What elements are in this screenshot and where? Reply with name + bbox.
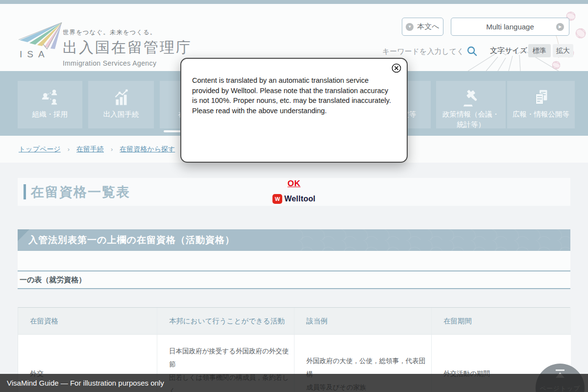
nav-tab-entry-procedures[interactable]: 出入国手続 bbox=[88, 81, 154, 128]
section-spacer bbox=[18, 251, 570, 270]
subsection-title: 一の表（就労資格） bbox=[20, 275, 86, 285]
breadcrumb-home-link[interactable]: トップページ bbox=[19, 145, 61, 154]
font-size-standard-button[interactable]: 標準 bbox=[528, 44, 551, 57]
section-banner: 入管法別表第一の上欄の在留資格（活動資格） bbox=[18, 229, 570, 251]
nav-tab-policy-information[interactable]: 政策情報（会議・統計等） bbox=[436, 81, 506, 128]
column-header-example: 該当例 bbox=[294, 308, 432, 335]
banner-corner-accent bbox=[18, 229, 29, 241]
seigaiha-wave-pattern bbox=[296, 229, 570, 251]
agency-logo-text: 世界をつなぐ。未来をつくる。 出入国在留管理庁 Immigration Serv… bbox=[63, 28, 192, 67]
chevron-right-circle-icon: ▶ bbox=[556, 23, 564, 31]
column-header-period: 在留期間 bbox=[432, 308, 571, 335]
isa-paper-plane-logo-icon bbox=[18, 21, 63, 51]
nav-tab-organization[interactable]: 組織・採用 bbox=[18, 81, 82, 128]
page-top-arrow-icon bbox=[556, 369, 564, 371]
documents-icon bbox=[530, 87, 552, 109]
agency-tagline: 世界をつなぐ。未来をつくる。 bbox=[63, 28, 192, 37]
column-header-activity: 本邦において行うことができる活動 bbox=[157, 308, 294, 335]
chevron-down-circle-icon: ▼ bbox=[406, 23, 414, 31]
nav-tab-label: 政策情報（会議・統計等） bbox=[436, 109, 506, 130]
column-header-status: 在留資格 bbox=[18, 308, 157, 335]
people-network-icon bbox=[39, 87, 61, 109]
page: ISA 世界をつなぐ。未来をつくる。 出入国在留管理庁 Immigration … bbox=[0, 0, 588, 392]
watermark-text: VisaMind Guide — For illustration purpos… bbox=[7, 379, 164, 387]
cherry-blossom-fuji-art-icon bbox=[382, 4, 588, 71]
agency-subtitle: Immigration Services Agency bbox=[63, 59, 192, 67]
welltool-logo-text: Welltool bbox=[284, 195, 316, 203]
font-size-label: 文字サイズ bbox=[490, 46, 527, 55]
close-icon[interactable] bbox=[392, 63, 401, 73]
breadcrumb-search-by-status-link[interactable]: 在留資格から探す bbox=[120, 145, 175, 154]
section-title: 入管法別表第一の上欄の在留資格（活動資格） bbox=[28, 234, 235, 246]
search-area bbox=[382, 44, 478, 58]
gavel-icon bbox=[460, 87, 482, 109]
translation-notice-modal: Content is translated by an automatic tr… bbox=[180, 58, 408, 163]
subsection-heading: 一の表（就労資格） bbox=[18, 270, 570, 289]
breadcrumb-separator: › bbox=[68, 146, 70, 153]
title-accent-bar bbox=[24, 184, 26, 199]
nav-tab-label: 出入国手続 bbox=[100, 109, 142, 120]
multi-language-button[interactable]: Multi language ▶ bbox=[451, 18, 569, 36]
watermark-bar: VisaMind Guide — For illustration purpos… bbox=[0, 374, 588, 392]
font-size-large-button[interactable]: 拡大 bbox=[553, 44, 573, 57]
breadcrumb-separator: › bbox=[111, 146, 113, 153]
nav-tab-public-relations[interactable]: 広報・情報公開等 bbox=[507, 81, 575, 128]
page-title: 在留資格一覧表 bbox=[31, 183, 130, 201]
nav-tab-label: 広報・情報公開等 bbox=[510, 109, 572, 120]
isa-lettermark: ISA bbox=[20, 49, 49, 60]
agency-title: 出入国在留管理庁 bbox=[63, 38, 192, 58]
top-accent-strip bbox=[0, 0, 588, 4]
nav-tab-label: 組織・採用 bbox=[29, 109, 71, 120]
welltool-brand: W Welltool bbox=[181, 194, 407, 204]
skip-to-content-label: 本文へ bbox=[417, 22, 439, 31]
ok-button[interactable]: OK bbox=[288, 179, 301, 188]
search-icon[interactable] bbox=[466, 45, 478, 57]
breadcrumb-residency-link[interactable]: 在留手続 bbox=[76, 145, 104, 154]
search-input[interactable] bbox=[382, 47, 463, 55]
skip-to-content-button[interactable]: ▼ 本文へ bbox=[402, 18, 443, 36]
translation-notice-text: Content is translated by an automatic tr… bbox=[192, 75, 398, 116]
welltool-logo-icon: W bbox=[272, 194, 282, 204]
multi-language-label: Multi language bbox=[486, 23, 534, 31]
bar-chart-icon bbox=[110, 87, 132, 109]
